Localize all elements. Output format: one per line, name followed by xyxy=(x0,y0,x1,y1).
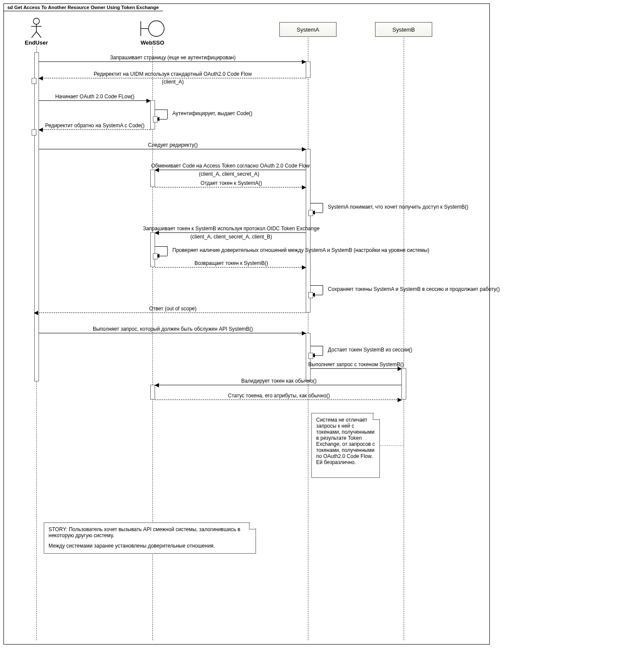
msg-token-exchange xyxy=(155,232,306,233)
msg-follow-redirect xyxy=(39,149,306,149)
label-m5: Редиректит обратно на SystemA с Code() xyxy=(39,123,150,129)
label-websso: WebSSO xyxy=(126,39,178,46)
label-enduser: EndUser xyxy=(10,39,62,46)
msg-validate-token xyxy=(155,385,401,385)
note-connector xyxy=(380,445,404,446)
msg-call-B xyxy=(311,368,401,369)
svg-point-5 xyxy=(149,21,164,36)
label-m2a: Редиректит на UIDM используя стандартный… xyxy=(73,71,272,77)
activation-enduser-small2 xyxy=(32,129,36,135)
msg-token-status xyxy=(155,400,401,400)
activation-enduser-small1 xyxy=(32,78,36,84)
activation-systemA-small3 xyxy=(308,353,313,359)
svg-point-0 xyxy=(33,18,39,24)
note-story: STORY: Пользователь хочет вызывать API с… xyxy=(44,522,256,554)
label-m7a: Обменивает Code на Access Token согласно… xyxy=(150,163,311,169)
label-m10a: Запрашивает токен к SystemB используя пр… xyxy=(142,226,320,232)
msg-return-token-A xyxy=(155,187,306,187)
msg-redirect-back xyxy=(39,129,150,130)
frame-title: sd Get Access To Another Resource Owner … xyxy=(3,3,168,11)
label-m18: Валидирует токен как обычно() xyxy=(212,378,346,384)
note-systemB: Система не отличает запросы к ней с токе… xyxy=(311,413,380,478)
lifeline-systemB xyxy=(404,38,404,640)
label-m17: Выполняет запрос с токеном SystemB() xyxy=(307,361,405,368)
activation-websso-small1 xyxy=(153,116,158,123)
label-m19: Статус токена, его атрибуты, как обычно(… xyxy=(207,393,350,399)
activation-websso-small2 xyxy=(153,253,158,259)
label-m14: Ответ (out of scope) xyxy=(134,306,212,312)
activation-enduser-main xyxy=(34,52,39,381)
label-m6: Следует редиректу() xyxy=(134,142,212,148)
activation-systemB-1 xyxy=(401,368,406,400)
msg-response-oos xyxy=(34,313,306,313)
actor-enduser xyxy=(30,18,43,39)
msg-return-token-B xyxy=(155,267,306,268)
diagram-frame: sd Get Access To Another Resource Owner … xyxy=(3,3,490,645)
activation-websso-3 xyxy=(150,232,155,267)
msg-redirect-uidm xyxy=(39,78,306,78)
activation-systemA-small2 xyxy=(308,292,313,298)
activation-systemA-1 xyxy=(306,61,311,78)
note-story-line2: Между системами заранее установлены дове… xyxy=(49,543,251,549)
activation-websso-2 xyxy=(150,170,155,187)
header-systemB: SystemB xyxy=(375,22,432,37)
label-m8: Отдает токен к SystemA() xyxy=(190,180,272,186)
sequence-diagram-canvas: sd Get Access To Another Resource Owner … xyxy=(0,0,644,648)
label-m15: Выполняет запрос, который должен быть об… xyxy=(78,326,268,332)
boundary-websso xyxy=(140,19,166,40)
activation-systemA-small1 xyxy=(308,210,313,216)
svg-line-3 xyxy=(32,32,36,38)
activation-websso-4 xyxy=(150,385,155,400)
msg-call-api-B xyxy=(39,333,306,333)
label-m3: Начинает OAuth 2.0 Code FLow() xyxy=(43,93,147,100)
activation-websso-1 xyxy=(150,100,155,129)
label-m2b: (client_A) xyxy=(134,79,212,85)
label-m12: Возвращает токен к SystemB() xyxy=(186,260,277,266)
label-m1: Запрашивает страницу (еще не аутентифици… xyxy=(91,55,255,61)
header-systemA: SystemA xyxy=(279,22,337,37)
msg-start-oauth xyxy=(39,100,150,101)
label-m7b: (client_A, client_secret_A) xyxy=(177,171,281,177)
note-systemB-text: Система не отличает запросы к ней с токе… xyxy=(316,417,375,465)
note-story-line1: STORY: Пользователь хочет вызывать API с… xyxy=(49,526,251,538)
label-m10b: (client_A, client_secret_A, client_B) xyxy=(168,234,294,240)
svg-line-4 xyxy=(36,32,41,38)
msg-exchange-code xyxy=(155,170,306,170)
msg-request-page xyxy=(39,61,306,62)
